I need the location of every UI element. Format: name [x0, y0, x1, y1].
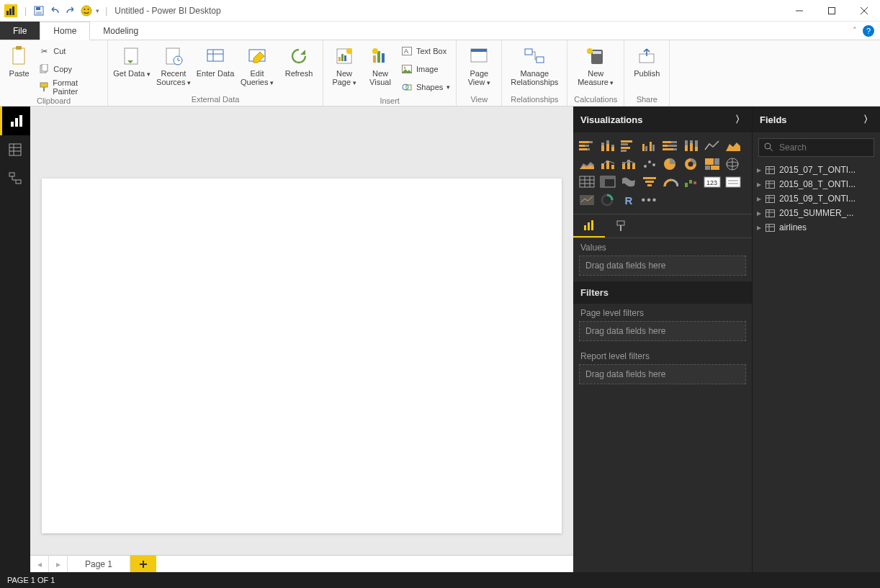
maximize-button[interactable]	[815, 0, 848, 22]
svg-rect-60	[579, 141, 589, 143]
fields-panel: Fields〉 ▸2015_07_T_ONTI... ▸2015_08_T_ON…	[752, 107, 880, 572]
svg-rect-108	[705, 166, 710, 170]
values-dropzone[interactable]: Drag data fields here	[579, 255, 746, 276]
expand-icon: ▸	[757, 222, 761, 232]
viz-clustered-column-icon[interactable]	[640, 138, 659, 154]
viz-combo-col-line-icon[interactable]	[598, 156, 617, 172]
page-filters-dropzone[interactable]: Drag data fields here	[579, 321, 746, 341]
svg-rect-16	[42, 64, 48, 71]
undo-button[interactable]	[48, 4, 61, 17]
viz-area-icon[interactable]	[724, 138, 742, 154]
svg-point-100	[644, 165, 647, 168]
viz-waterfall-icon[interactable]	[682, 174, 701, 190]
nav-model-icon[interactable]	[0, 164, 30, 193]
expand-icon: ▸	[757, 194, 761, 204]
visualizations-header[interactable]: Visualizations〉	[573, 107, 752, 132]
svg-rect-77	[645, 146, 647, 151]
viz-100-stacked-column-icon[interactable]	[682, 138, 701, 154]
viz-line-icon[interactable]	[703, 138, 722, 154]
viz-filled-map-icon[interactable]	[619, 174, 638, 190]
field-table[interactable]: ▸2015_08_T_ONTI...	[753, 177, 880, 191]
get-data-button[interactable]: Get Data	[112, 43, 151, 78]
refresh-button[interactable]: Refresh	[279, 43, 318, 78]
nav-data-icon[interactable]	[0, 135, 30, 164]
visualization-picker: 123 R •••	[573, 132, 752, 214]
publish-button[interactable]: Publish	[629, 43, 665, 78]
viz-scatter-icon[interactable]	[640, 156, 659, 172]
svg-rect-64	[579, 148, 587, 150]
viz-map-icon[interactable]	[724, 156, 742, 172]
new-measure-button[interactable]: New Measure	[572, 43, 619, 87]
viz-stacked-bar-icon[interactable]	[578, 138, 596, 154]
report-filters-dropzone[interactable]: Drag data fields here	[579, 364, 746, 384]
values-label: Values	[573, 238, 752, 255]
viz-gauge-icon[interactable]	[661, 174, 680, 190]
report-canvas[interactable]	[42, 178, 562, 533]
viz-table-icon[interactable]	[578, 174, 596, 190]
cut-button[interactable]: ✂Cut	[37, 43, 103, 59]
new-page-button[interactable]: New Page	[328, 43, 361, 87]
viz-more-icon[interactable]: •••	[640, 192, 659, 208]
paste-button[interactable]: Paste	[4, 43, 34, 78]
tab-file[interactable]: File	[0, 22, 40, 40]
viz-stacked-column-icon[interactable]	[598, 138, 617, 154]
viz-stacked-area-icon[interactable]	[578, 156, 596, 172]
edit-queries-button[interactable]: Edit Queries	[238, 43, 277, 87]
fields-header[interactable]: Fields〉	[753, 107, 880, 132]
manage-relationships-button[interactable]: Manage Relationships	[506, 43, 562, 86]
viz-clustered-bar-icon[interactable]	[619, 138, 638, 154]
viz-pie-icon[interactable]	[661, 156, 680, 172]
format-painter-button[interactable]: Format Painter	[37, 79, 103, 95]
copy-button[interactable]: Copy	[37, 61, 103, 77]
field-table[interactable]: ▸2015_09_T_ONTI...	[753, 191, 880, 206]
tab-modeling[interactable]: Modeling	[90, 22, 151, 40]
svg-rect-28	[341, 54, 344, 61]
minimize-button[interactable]	[783, 0, 815, 22]
svg-rect-83	[663, 145, 668, 147]
tab-home[interactable]: Home	[40, 22, 90, 40]
recent-sources-button[interactable]: Recent Sources	[154, 43, 193, 87]
page-prev-icon[interactable]: ◂	[30, 556, 49, 572]
svg-rect-33	[382, 53, 385, 63]
page-view-button[interactable]: Page View	[461, 43, 497, 87]
svg-rect-4	[36, 7, 40, 10]
save-button[interactable]	[32, 4, 45, 17]
viz-donut-kpi-icon[interactable]	[598, 192, 617, 208]
qat-dropdown-icon[interactable]: ▾	[96, 7, 99, 14]
viz-kpi-icon[interactable]	[578, 192, 596, 208]
collapse-ribbon-icon[interactable]: ˄	[853, 26, 857, 35]
redo-button[interactable]	[64, 4, 77, 17]
viz-combo-stacked-line-icon[interactable]	[619, 156, 638, 172]
viz-treemap-icon[interactable]	[703, 156, 722, 172]
svg-rect-109	[711, 166, 719, 170]
field-table[interactable]: ▸2015_SUMMER_...	[753, 206, 880, 220]
svg-point-105	[688, 162, 693, 167]
viz-100-stacked-bar-icon[interactable]	[661, 138, 680, 154]
page-next-icon[interactable]: ▸	[49, 556, 68, 572]
close-button[interactable]	[848, 0, 880, 22]
new-visual-button[interactable]: New Visual	[364, 43, 397, 86]
viz-fields-tab-icon[interactable]	[573, 214, 605, 238]
shapes-button[interactable]: Shapes ▾	[400, 79, 452, 95]
help-button[interactable]: ?	[863, 25, 874, 37]
add-page-button[interactable]	[130, 556, 156, 572]
viz-card-icon[interactable]: 123	[703, 174, 722, 190]
viz-donut-icon[interactable]	[682, 156, 701, 172]
viz-matrix-icon[interactable]	[598, 174, 617, 190]
svg-rect-63	[585, 145, 589, 147]
viz-funnel-icon[interactable]	[640, 174, 659, 190]
fields-search-input[interactable]	[758, 138, 874, 157]
viz-format-tab-icon[interactable]	[605, 214, 637, 238]
textbox-button[interactable]: AText Box	[400, 43, 452, 59]
image-button[interactable]: Image	[400, 61, 452, 77]
smiley-icon[interactable]	[80, 4, 93, 17]
nav-report-icon[interactable]	[0, 107, 30, 135]
table-icon	[765, 224, 775, 232]
field-table[interactable]: ▸airlines	[753, 220, 880, 235]
viz-property-tabs	[573, 214, 752, 238]
viz-r-icon[interactable]: R	[619, 192, 638, 208]
page-tab-1[interactable]: Page 1	[68, 556, 130, 572]
viz-slicer-icon[interactable]	[724, 174, 742, 190]
field-table[interactable]: ▸2015_07_T_ONTI...	[753, 163, 880, 177]
enter-data-button[interactable]: Enter Data	[196, 43, 235, 78]
